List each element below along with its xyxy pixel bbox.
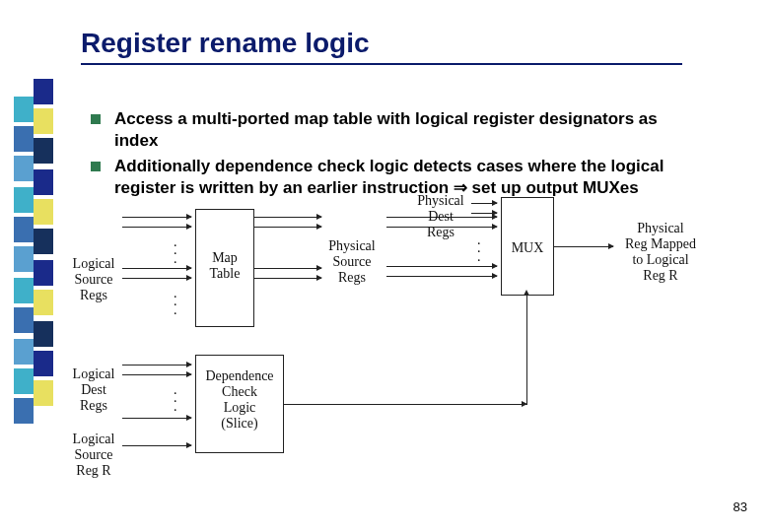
dots-icon: ... [174,386,177,411]
sidebar-block [14,217,34,242]
arrow-icon [254,268,321,269]
bullet-marker-icon [91,114,101,124]
list-item: Access a multi-ported map table with log… [91,108,702,152]
sidebar-block [14,126,34,152]
dots-icon: ... [174,290,177,314]
line-icon [526,296,527,405]
bullet-text: Access a multi-ported map table with log… [114,108,702,152]
label-mux: MUX [503,240,552,256]
arrow-icon [122,217,191,218]
sidebar-block [34,321,53,347]
sidebar-block [14,97,34,122]
arrow-icon [122,227,191,228]
sidebar-block [14,187,34,213]
label-physical-reg-mapped: PhysicalReg Mappedto LogicalReg R [615,221,706,284]
sidebar-block [34,351,53,376]
label-map-table: MapTable [197,250,252,282]
sidebar-block [14,368,34,394]
arrow-icon [122,418,191,419]
slide-title: Register rename logic [81,28,370,59]
arrowhead-icon [524,290,529,296]
arrow-icon [254,227,321,228]
arrow-icon [122,268,191,269]
page-number: 83 [734,499,747,514]
line-icon [284,404,526,405]
label-logical-dest-regs: LogicalDestRegs [65,366,122,414]
label-dependence-check: DependenceCheckLogic(Slice) [197,368,282,432]
label-logical-source-reg-r: LogicalSourceReg R [65,432,122,479]
sidebar-block [34,380,53,406]
decorative-sidebar [0,79,57,453]
arrow-icon [122,374,191,375]
dots-icon: ... [477,236,481,261]
sidebar-block [14,278,34,303]
sidebar-block [34,169,53,195]
arrow-icon [122,445,191,446]
bullet-list: Access a multi-ported map table with log… [91,108,702,203]
arrow-icon [122,278,191,279]
sidebar-block [34,108,53,134]
dots-icon: ... [174,238,177,263]
rename-logic-diagram: LogicalSourceRegs ... ... MapTable Physi… [69,217,720,473]
sidebar-block [14,156,34,181]
arrow-icon [386,276,497,277]
arrow-icon [386,266,497,267]
sidebar-block [14,339,34,365]
arrow-icon [554,246,613,247]
arrow-icon [471,203,497,204]
arrow-icon [254,278,321,279]
sidebar-block [34,199,53,225]
sidebar-block [14,246,34,272]
label-physical-dest-regs: PhysicalDestRegs [410,193,471,240]
sidebar-block [34,260,53,286]
sidebar-block [34,290,53,315]
bullet-text: Additionally dependence check logic dete… [114,156,702,199]
sidebar-block [34,79,53,104]
sidebar-block [14,398,34,424]
title-underline [81,63,682,65]
arrow-icon [471,213,497,214]
arrow-icon [254,217,321,218]
bullet-marker-icon [91,162,101,171]
sidebar-block [34,138,53,164]
list-item: Additionally dependence check logic dete… [91,156,702,199]
label-logical-source-regs: LogicalSourceRegs [65,256,122,303]
sidebar-block [14,307,34,333]
arrow-icon [122,365,191,366]
label-physical-source-regs: PhysicalSourceRegs [319,238,384,286]
sidebar-block [34,229,53,254]
